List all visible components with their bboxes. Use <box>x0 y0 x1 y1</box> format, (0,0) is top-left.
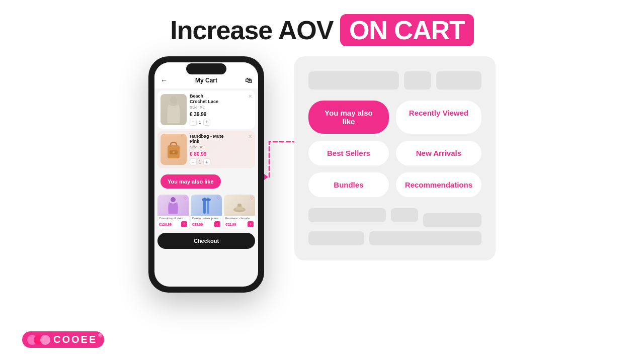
mini-product-3-price: €52.99 <box>225 223 236 226</box>
mini-products-grid: ♡ Casual top & skirt €120.99 + <box>154 193 258 231</box>
cart-item-2: Handbag - MutePink Size: XL € 80.99 − 1 … <box>157 131 255 169</box>
main-content: ← My Cart 🛍 BeachCrochet Lace Size: XL <box>0 56 644 293</box>
mini-product-3-add[interactable]: + <box>248 221 254 227</box>
cart-bag-icon: 🛍 <box>245 76 252 84</box>
widget-options-grid: You may also like Recently Viewed Best S… <box>308 101 481 197</box>
option-recommendations[interactable]: Recommendations <box>396 172 481 197</box>
qty-decrease-1[interactable]: − <box>190 119 197 126</box>
logo-registered: ® <box>98 333 102 338</box>
cart-item-2-info: Handbag - MutePink Size: XL € 80.99 − 1 … <box>187 134 252 166</box>
mini-product-1-heart[interactable]: ♡ <box>184 196 187 201</box>
placeholder-bar-bottom-5 <box>369 231 481 245</box>
remove-item-2-button[interactable]: ✕ <box>248 134 252 139</box>
main-title: Increase AOV ON CART <box>0 14 644 46</box>
option-best-sellers[interactable]: Best Sellers <box>308 141 389 165</box>
placeholder-top-row <box>308 71 481 89</box>
svg-point-4 <box>171 197 176 202</box>
cart-item-2-controls: − 1 + <box>190 158 252 165</box>
cooee-logo: COOEE ® <box>22 331 104 348</box>
cart-item-2-name: Handbag - MutePink <box>190 134 252 145</box>
mini-product-2-add[interactable]: + <box>214 221 220 227</box>
title-highlight: ON CART <box>340 14 474 46</box>
phone-notch <box>186 63 226 74</box>
qty-decrease-2[interactable]: − <box>190 158 197 165</box>
svg-rect-9 <box>237 204 242 207</box>
mini-product-1-name: Casual top & skirt <box>157 216 189 220</box>
cart-item-1-name: BeachCrochet Lace <box>190 94 252 105</box>
mini-product-2[interactable]: ♡ Denim unisex jeans €35.99 + <box>191 195 222 229</box>
page-header: Increase AOV ON CART <box>0 0 644 46</box>
option-new-arrivals[interactable]: New Arrivals <box>396 141 481 165</box>
placeholder-bottom-row-2 <box>308 231 481 245</box>
svg-point-0 <box>170 96 177 104</box>
qty-increase-2[interactable]: + <box>203 158 210 165</box>
mini-product-2-name: Denim unisex jeans <box>191 216 222 220</box>
cart-item-2-size: Size: XL <box>190 145 252 149</box>
placeholder-bar-bottom-4 <box>308 231 364 245</box>
phone-mockup: ← My Cart 🛍 BeachCrochet Lace Size: XL <box>148 56 264 293</box>
logo-text: COOEE <box>53 334 97 345</box>
placeholder-bar-bottom-2 <box>391 208 418 222</box>
qty-value-1: 1 <box>199 120 201 125</box>
cart-item-1-controls: − 1 + <box>190 119 252 126</box>
mini-product-1-price-row: €120.99 + <box>157 220 189 229</box>
svg-point-3 <box>173 151 175 153</box>
placeholder-bar-2 <box>404 71 431 89</box>
mini-product-3-heart[interactable]: ♡ <box>250 196 254 201</box>
phone-body: ← My Cart 🛍 BeachCrochet Lace Size: XL <box>148 56 264 293</box>
mini-product-3-price-row: €52.99 + <box>224 220 255 229</box>
option-bundles[interactable]: Bundles <box>308 172 389 197</box>
cart-item-1-image <box>160 94 187 125</box>
svg-marker-10 <box>264 174 268 180</box>
cart-item-2-image <box>160 134 187 165</box>
cart-item-1-price: € 39.99 <box>190 112 252 117</box>
mini-product-1-price: €120.99 <box>159 223 172 226</box>
cart-item-2-price: € 80.99 <box>190 151 252 157</box>
cart-title: My Cart <box>195 77 217 84</box>
mini-product-1-add[interactable]: + <box>181 221 187 227</box>
cart-item-1: BeachCrochet Lace Size: XL € 39.99 − 1 +… <box>157 90 255 129</box>
back-arrow-icon[interactable]: ← <box>160 76 168 84</box>
qty-value-2: 1 <box>199 159 201 164</box>
placeholder-bar-bottom-1 <box>308 208 386 222</box>
mini-product-2-heart[interactable]: ♡ <box>217 196 220 201</box>
cart-item-1-info: BeachCrochet Lace Size: XL € 39.99 − 1 + <box>187 94 252 126</box>
option-you-may-also-like[interactable]: You may also like <box>308 101 389 134</box>
placeholder-bottom-row <box>308 208 481 227</box>
mini-product-3[interactable]: ♡ Footwear - female €52.99 + <box>224 195 255 229</box>
svg-rect-7 <box>202 199 211 201</box>
mini-product-1[interactable]: ♡ Casual top & skirt €120.99 + <box>157 195 189 229</box>
you-may-banner-container: You may also like <box>154 170 258 193</box>
phone-screen: ← My Cart 🛍 BeachCrochet Lace Size: XL <box>154 62 258 287</box>
mini-product-3-name: Footwear - female <box>224 216 255 220</box>
qty-increase-1[interactable]: + <box>203 119 210 126</box>
placeholder-bar-1 <box>308 71 399 89</box>
placeholder-bar-3 <box>436 71 481 89</box>
checkout-button[interactable]: Checkout <box>157 233 255 249</box>
placeholder-bar-bottom-3 <box>423 213 481 227</box>
widget-panel: You may also like Recently Viewed Best S… <box>294 56 496 260</box>
you-may-also-like-banner[interactable]: You may also like <box>160 174 221 189</box>
option-recently-viewed[interactable]: Recently Viewed <box>396 101 481 134</box>
title-plain: Increase AOV <box>170 16 340 45</box>
mini-product-2-price-row: €35.99 + <box>191 220 222 229</box>
remove-item-1-button[interactable]: ✕ <box>248 94 252 99</box>
cart-item-1-size: Size: XL <box>190 105 252 110</box>
mini-product-2-price: €35.99 <box>192 223 203 226</box>
